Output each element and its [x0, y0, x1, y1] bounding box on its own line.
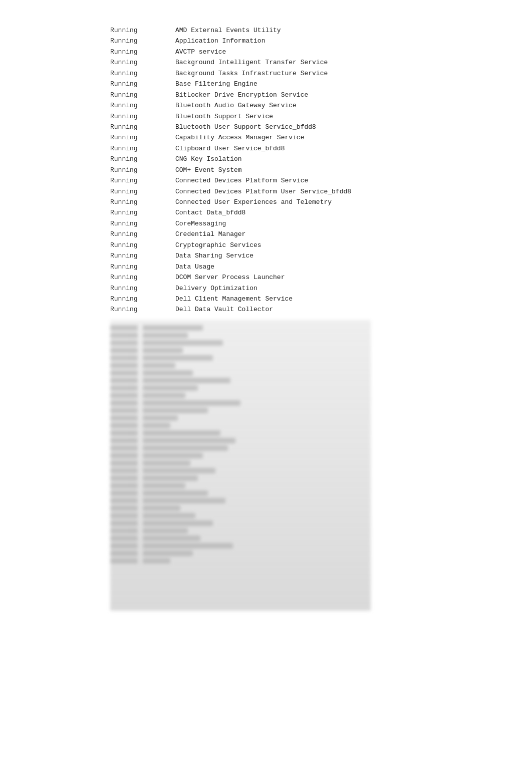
- blurred-row: [110, 459, 371, 467]
- service-name: Background Intelligent Transfer Service: [175, 57, 532, 68]
- blurred-row: [110, 437, 371, 444]
- main-content: RunningAMD External Events UtilityRunnin…: [0, 0, 532, 611]
- service-status: Running: [110, 25, 175, 36]
- service-name: Contact Data_bfdd8: [175, 207, 532, 218]
- service-status: Running: [110, 57, 175, 68]
- blurred-section: [110, 320, 371, 611]
- service-name: Connected User Experiences and Telemetry: [175, 197, 532, 207]
- blurred-row: [110, 542, 371, 550]
- service-status: Running: [110, 272, 175, 283]
- blurred-row: [110, 414, 371, 422]
- blurred-row: [110, 354, 371, 362]
- blurred-row: [110, 332, 371, 339]
- service-row: RunningCOM+ Event System: [110, 165, 532, 175]
- blurred-row: [110, 512, 371, 519]
- service-status: Running: [110, 79, 175, 89]
- service-status: Running: [110, 250, 175, 261]
- service-row: RunningDell Client Management Service: [110, 294, 532, 304]
- service-row: RunningBluetooth Audio Gateway Service: [110, 100, 532, 111]
- service-name: AVCTP service: [175, 47, 532, 57]
- service-status: Running: [110, 36, 175, 46]
- service-name: Clipboard User Service_bfdd8: [175, 143, 532, 154]
- service-name: Base Filtering Engine: [175, 79, 532, 89]
- blurred-row: [110, 497, 371, 504]
- blurred-row: [110, 392, 371, 399]
- service-row: RunningClipboard User Service_bfdd8: [110, 143, 532, 154]
- service-status: Running: [110, 90, 175, 100]
- blurred-row: [110, 489, 371, 497]
- service-row: RunningDelivery Optimization: [110, 283, 532, 294]
- service-status: Running: [110, 175, 175, 186]
- blurred-row: [110, 452, 371, 459]
- service-status: Running: [110, 68, 175, 79]
- service-row: RunningConnected Devices Platform Servic…: [110, 175, 532, 186]
- service-status: Running: [110, 218, 175, 229]
- blurred-row: [110, 377, 371, 384]
- service-status: Running: [110, 111, 175, 122]
- service-name: Bluetooth Support Service: [175, 111, 532, 122]
- service-status: Running: [110, 304, 175, 315]
- service-status: Running: [110, 207, 175, 218]
- service-row: RunningDCOM Server Process Launcher: [110, 272, 532, 283]
- service-name: COM+ Event System: [175, 165, 532, 175]
- service-row: RunningContact Data_bfdd8: [110, 207, 532, 218]
- service-status: Running: [110, 100, 175, 111]
- blurred-row: [110, 369, 371, 377]
- service-name: Delivery Optimization: [175, 283, 532, 294]
- service-name: Data Sharing Service: [175, 250, 532, 261]
- service-row: RunningData Usage: [110, 262, 532, 272]
- blurred-row: [110, 504, 371, 512]
- blurred-row: [110, 407, 371, 414]
- service-row: RunningBitLocker Drive Encryption Servic…: [110, 90, 532, 100]
- service-name: Bluetooth Audio Gateway Service: [175, 100, 532, 111]
- service-status: Running: [110, 47, 175, 57]
- service-row: RunningBluetooth User Support Service_bf…: [110, 122, 532, 132]
- service-status: Running: [110, 197, 175, 207]
- service-row: RunningData Sharing Service: [110, 250, 532, 261]
- blurred-row: [110, 550, 371, 557]
- blurred-row: [110, 557, 371, 565]
- blurred-row: [110, 347, 371, 354]
- service-row: RunningBackground Intelligent Transfer S…: [110, 57, 532, 68]
- blurred-row: [110, 444, 371, 452]
- service-row: RunningBase Filtering Engine: [110, 79, 532, 89]
- service-status: Running: [110, 229, 175, 239]
- service-status: Running: [110, 132, 175, 143]
- service-status: Running: [110, 143, 175, 154]
- service-row: RunningConnected User Experiences and Te…: [110, 197, 532, 207]
- service-name: Application Information: [175, 36, 532, 46]
- service-row: RunningAVCTP service: [110, 47, 532, 57]
- service-name: CoreMessaging: [175, 218, 532, 229]
- service-row: RunningBluetooth Support Service: [110, 111, 532, 122]
- service-name: Connected Devices Platform Service: [175, 175, 532, 186]
- blurred-row: [110, 399, 371, 407]
- service-name: Data Usage: [175, 262, 532, 272]
- service-row: RunningBackground Tasks Infrastructure S…: [110, 68, 532, 79]
- service-name: Credential Manager: [175, 229, 532, 239]
- service-name: Cryptographic Services: [175, 240, 532, 250]
- service-name: Bluetooth User Support Service_bfdd8: [175, 122, 532, 132]
- service-status: Running: [110, 283, 175, 294]
- service-status: Running: [110, 294, 175, 304]
- service-row: RunningAMD External Events Utility: [110, 25, 532, 36]
- service-name: Background Tasks Infrastructure Service: [175, 68, 532, 79]
- service-status: Running: [110, 154, 175, 164]
- blurred-row: [110, 474, 371, 482]
- service-row: RunningCryptographic Services: [110, 240, 532, 250]
- service-list: RunningAMD External Events UtilityRunnin…: [110, 25, 532, 315]
- blurred-row: [110, 384, 371, 392]
- service-status: Running: [110, 186, 175, 197]
- service-name: Dell Data Vault Collector: [175, 304, 532, 315]
- service-name: Connected Devices Platform User Service_…: [175, 186, 532, 197]
- service-status: Running: [110, 262, 175, 272]
- service-name: BitLocker Drive Encryption Service: [175, 90, 532, 100]
- blurred-row: [110, 324, 371, 332]
- service-status: Running: [110, 240, 175, 250]
- blurred-row: [110, 429, 371, 437]
- service-row: RunningCNG Key Isolation: [110, 154, 532, 164]
- service-row: RunningCoreMessaging: [110, 218, 532, 229]
- blurred-row: [110, 519, 371, 527]
- blurred-row: [110, 482, 371, 489]
- service-name: Dell Client Management Service: [175, 294, 532, 304]
- service-row: RunningDell Data Vault Collector: [110, 304, 532, 315]
